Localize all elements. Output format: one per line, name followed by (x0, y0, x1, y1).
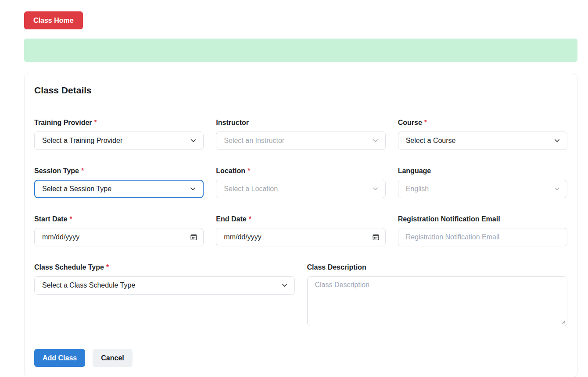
language-select: English (398, 180, 567, 198)
required-asterisk: * (81, 167, 84, 174)
calendar-icon[interactable] (372, 234, 380, 241)
training-provider-select[interactable]: Select a Training Provider (34, 132, 204, 150)
field-start-date: Start Date* mm/dd/yyyy (34, 214, 204, 246)
class-schedule-type-label: Class Schedule Type* (34, 262, 295, 273)
end-date-label: End Date* (216, 214, 385, 224)
page: Class Home Class Details Training Provid… (0, 0, 588, 377)
field-language: Language English (398, 166, 567, 198)
field-end-date: End Date* mm/dd/yyyy (216, 214, 385, 246)
success-alert (24, 39, 577, 62)
field-class-description: Class Description (307, 262, 568, 326)
registration-email-input[interactable] (398, 228, 567, 246)
session-type-label: Session Type* (34, 166, 204, 176)
chevron-down-icon (190, 138, 197, 144)
resize-grip-icon[interactable] (561, 320, 566, 324)
class-description-label: Class Description (307, 262, 568, 273)
cancel-button[interactable]: Cancel (93, 349, 132, 367)
chevron-down-icon (554, 138, 560, 144)
training-provider-label: Training Provider* (34, 117, 204, 128)
chevron-down-icon (554, 186, 560, 192)
add-class-button[interactable]: Add Class (34, 349, 85, 367)
class-details-card: Class Details Training Provider* Select … (24, 73, 577, 377)
calendar-icon[interactable] (190, 234, 197, 241)
course-label: Course* (398, 117, 567, 128)
course-select[interactable]: Select a Course (398, 132, 567, 150)
start-date-input[interactable]: mm/dd/yyyy (34, 228, 204, 246)
required-asterisk: * (249, 215, 251, 223)
field-registration-email: Registration Notification Email (398, 214, 567, 246)
instructor-label: Instructor (216, 117, 385, 128)
form-row-1: Training Provider* Select a Training Pro… (34, 117, 567, 166)
field-location: Location* Select a Location (216, 166, 385, 198)
page-title: Class Details (34, 85, 567, 96)
language-label: Language (398, 166, 567, 176)
required-asterisk: * (247, 167, 250, 174)
form-row-4: Class Schedule Type* Select a Class Sche… (34, 262, 567, 342)
chevron-down-icon (281, 282, 288, 289)
form-row-3: Start Date* mm/dd/yyyy End Date* (34, 214, 567, 262)
required-asterisk: * (424, 119, 427, 126)
start-date-label: Start Date* (34, 214, 204, 224)
registration-email-label: Registration Notification Email (398, 214, 567, 224)
chevron-down-icon (190, 186, 196, 192)
field-class-schedule-type: Class Schedule Type* Select a Class Sche… (34, 262, 295, 326)
required-asterisk: * (94, 119, 97, 126)
instructor-select: Select an Instructor (216, 132, 385, 150)
form-row-2: Session Type* Select a Session Type Loca… (34, 166, 567, 214)
location-select: Select a Location (216, 180, 385, 198)
required-asterisk: * (106, 263, 109, 271)
field-instructor: Instructor Select an Instructor (216, 117, 385, 150)
required-asterisk: * (70, 215, 72, 223)
class-home-button[interactable]: Class Home (24, 11, 83, 29)
location-label: Location* (216, 166, 385, 176)
field-course: Course* Select a Course (398, 117, 567, 150)
form-actions: Add Class Cancel (34, 349, 567, 367)
session-type-select[interactable]: Select a Session Type (34, 180, 204, 198)
chevron-down-icon (372, 186, 379, 192)
chevron-down-icon (372, 138, 379, 144)
field-training-provider: Training Provider* Select a Training Pro… (34, 117, 204, 150)
end-date-input[interactable]: mm/dd/yyyy (216, 228, 385, 246)
class-description-textarea[interactable] (307, 276, 568, 326)
class-schedule-type-select[interactable]: Select a Class Schedule Type (34, 276, 295, 295)
field-session-type: Session Type* Select a Session Type (34, 166, 204, 198)
